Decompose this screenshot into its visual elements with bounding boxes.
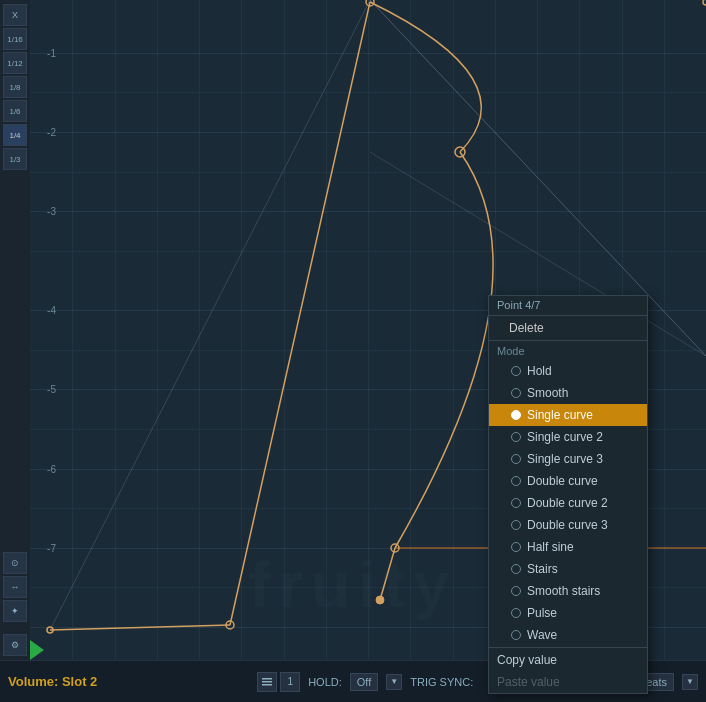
ctx-label-double-curve: Double curve <box>527 474 598 488</box>
ctx-label-pulse: Pulse <box>527 606 557 620</box>
hold-label: HOLD: <box>308 676 342 688</box>
pagination-number: 1 <box>287 676 293 687</box>
ctx-label-wave: Wave <box>527 628 557 642</box>
toolbar-18-btn[interactable]: 1/8 <box>3 76 27 98</box>
svg-line-7 <box>380 548 395 600</box>
triangle-indicator <box>30 640 44 660</box>
ctx-label-single-curve-2: Single curve 2 <box>527 430 603 444</box>
ctx-radio-pulse <box>511 608 521 618</box>
ctx-label-single-curve-3: Single curve 3 <box>527 452 603 466</box>
ctx-radio-double-curve-3 <box>511 520 521 530</box>
ctx-radio-smooth <box>511 388 521 398</box>
svg-line-2 <box>50 0 370 630</box>
ctx-radio-half-sine <box>511 542 521 552</box>
ctx-sep-2 <box>489 340 647 341</box>
pagination-list-btn[interactable] <box>257 672 277 692</box>
hold-value-btn[interactable]: Off <box>350 673 378 691</box>
toolbar-16-btn[interactable]: 1/6 <box>3 100 27 122</box>
ctx-label-single-curve: Single curve <box>527 408 593 422</box>
ctx-radio-single-curve <box>511 410 521 420</box>
ctx-label-half-sine: Half sine <box>527 540 574 554</box>
ctx-item-stairs[interactable]: Stairs <box>489 558 647 580</box>
svg-rect-17 <box>262 684 272 686</box>
ctx-radio-double-curve-2 <box>511 498 521 508</box>
ctx-label-double-curve-3: Double curve 3 <box>527 518 608 532</box>
ctx-mode-header: Mode <box>489 342 647 360</box>
ctx-item-single-curve[interactable]: Single curve <box>489 404 647 426</box>
ctx-item-double-curve[interactable]: Double curve <box>489 470 647 492</box>
left-toolbar: X 1/16 1/12 1/8 1/6 1/4 1/3 ⊙ ↔ ✦ ⚙ <box>0 0 30 660</box>
ctx-item-pulse[interactable]: Pulse <box>489 602 647 624</box>
ctx-delete-btn[interactable]: Delete <box>489 317 647 339</box>
ctx-paste-btn: Paste value <box>489 671 647 693</box>
svg-point-11 <box>376 596 384 604</box>
ctx-copy-btn[interactable]: Copy value <box>489 649 647 671</box>
context-menu-header: Point 4/7 <box>489 296 647 314</box>
ctx-item-smooth-stairs[interactable]: Smooth stairs <box>489 580 647 602</box>
toolbar-x-btn[interactable]: X <box>3 4 27 26</box>
ctx-radio-wave <box>511 630 521 640</box>
ctx-item-smooth[interactable]: Smooth <box>489 382 647 404</box>
svg-line-6 <box>230 2 370 625</box>
ctx-sep-3 <box>489 647 647 648</box>
ctx-item-half-sine[interactable]: Half sine <box>489 536 647 558</box>
svg-rect-16 <box>262 681 272 683</box>
trig-label: TRIG SYNC: <box>410 676 473 688</box>
ctx-item-single-curve-3[interactable]: Single curve 3 <box>489 448 647 470</box>
ctx-item-wave[interactable]: Wave <box>489 624 647 646</box>
ctx-sep-1 <box>489 315 647 316</box>
ctx-item-double-curve-2[interactable]: Double curve 2 <box>489 492 647 514</box>
ctx-label-stairs: Stairs <box>527 562 558 576</box>
beats-dropdown-btn[interactable]: ▼ <box>682 674 698 690</box>
ctx-item-single-curve-2[interactable]: Single curve 2 <box>489 426 647 448</box>
toolbar-14-btn[interactable]: 1/4 <box>3 124 27 146</box>
ctx-item-double-curve-3[interactable]: Double curve 3 <box>489 514 647 536</box>
hold-dropdown-btn[interactable]: ▼ <box>386 674 402 690</box>
svg-rect-15 <box>262 678 272 680</box>
toolbar-116-btn[interactable]: 1/16 <box>3 28 27 50</box>
status-label: Volume: Slot 2 <box>8 674 97 689</box>
toolbar-13-btn[interactable]: 1/3 <box>3 148 27 170</box>
ctx-radio-stairs <box>511 564 521 574</box>
toolbar-star-btn[interactable]: ✦ <box>3 600 27 622</box>
toolbar-settings-btn[interactable]: ⚙ <box>3 634 27 656</box>
ctx-radio-hold <box>511 366 521 376</box>
ctx-label-smooth: Smooth <box>527 386 568 400</box>
toolbar-112-btn[interactable]: 1/12 <box>3 52 27 74</box>
ctx-item-hold[interactable]: Hold <box>489 360 647 382</box>
toolbar-magnet-btn[interactable]: ⊙ <box>3 552 27 574</box>
svg-line-5 <box>50 625 230 630</box>
ctx-radio-smooth-stairs <box>511 586 521 596</box>
pagination-num-btn[interactable]: 1 <box>280 672 300 692</box>
ctx-radio-double-curve <box>511 476 521 486</box>
context-menu: Point 4/7 Delete Mode Hold Smooth Single… <box>488 295 648 694</box>
ctx-label-double-curve-2: Double curve 2 <box>527 496 608 510</box>
toolbar-arrow-btn[interactable]: ↔ <box>3 576 27 598</box>
ctx-label-hold: Hold <box>527 364 552 378</box>
ctx-label-smooth-stairs: Smooth stairs <box>527 584 600 598</box>
pagination: 1 <box>257 672 300 692</box>
ctx-radio-single-curve-2 <box>511 432 521 442</box>
ctx-radio-single-curve-3 <box>511 454 521 464</box>
